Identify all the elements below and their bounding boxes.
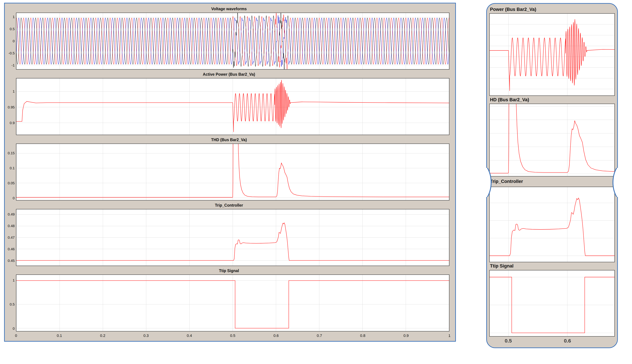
x-tick-label: 0.8: [360, 334, 365, 338]
panel-voltage: Voltage waveforms 10.50-0.5-1: [6, 5, 452, 70]
y-tick-label: 0: [12, 326, 15, 330]
plot-row: 0.490.480.470.460.45: [6, 209, 452, 266]
y-tick-label: 0.5: [10, 302, 15, 306]
callout-x-axis-labels: 0.50.6: [489, 336, 615, 346]
y-tick-label: 0.1: [10, 166, 15, 170]
y-tick-label: 0.46: [8, 247, 15, 251]
trip-signal-plot: [16, 274, 450, 332]
panel-title-thd: THD (Bus Bar2_Va): [6, 136, 452, 144]
screenshot-root: Voltage waveforms 10.50-0.5-1 Active Pow…: [0, 0, 632, 364]
y-axis-labels-ttip: 10.50: [6, 274, 16, 332]
thd-plot: [16, 144, 450, 200]
active-power-plot: [16, 78, 450, 135]
panel-trip-signal: Ttip Signal 10.50: [6, 267, 452, 332]
x-tick-label: 1: [448, 334, 450, 338]
y-tick-label: 1: [12, 278, 15, 282]
y-tick-label: 0.45: [8, 259, 15, 263]
y-tick-label: 0.47: [8, 236, 15, 240]
x-axis-tick-labels: 00.10.20.30.40.50.60.70.80.91: [16, 332, 450, 340]
plot-row: 10.50-0.5-1: [6, 12, 452, 70]
trip-controller-zoom-plot: [489, 187, 615, 262]
plot-row: 10.950.9: [6, 78, 452, 135]
right-margin: [450, 144, 452, 200]
panel-active-power: Active Power (Bus Bar2_Va) 10.950.9: [6, 70, 452, 135]
y-tick-label: 0.49: [8, 212, 15, 216]
callout-title-power: Power (Bus Bar2_Va): [489, 6, 615, 13]
scope-figure: Voltage waveforms 10.50-0.5-1 Active Pow…: [4, 3, 456, 342]
power-zoom-plot: [489, 13, 615, 96]
y-tick-label: 0.05: [8, 181, 15, 185]
callout-title-hd: HD (Bus Bar2_Va): [489, 96, 615, 104]
y-tick-label: 0.9: [10, 121, 15, 125]
panel-thd: THD (Bus Bar2_Va) 0.150.10.050: [6, 136, 452, 200]
callout-title-trip-controller: Trip_Controller: [489, 176, 615, 187]
y-tick-label: 0.95: [8, 105, 15, 109]
y-tick-label: -1: [12, 63, 15, 67]
trip-signal-zoom-plot: [489, 270, 615, 336]
x-tick-label: 0.9: [404, 334, 409, 338]
panel-title-trip-controller: Trip_Controller: [6, 202, 452, 209]
thd-zoom-plot: [489, 104, 615, 176]
x-tick-label: 0.6: [564, 338, 571, 344]
y-axis-labels-thd: 0.150.10.050: [6, 144, 16, 200]
x-tick-label: 0.4: [187, 334, 192, 338]
right-margin: [450, 78, 452, 135]
callout-title-trip-signal: Ttip Signal: [489, 262, 615, 270]
plot-row: 0.150.10.050: [6, 144, 452, 200]
x-tick-label: 0.1: [57, 334, 62, 338]
y-tick-label: 0: [12, 196, 15, 200]
y-tick-label: 1: [12, 89, 15, 94]
x-axis-row: 00.10.20.30.40.50.60.70.80.91: [6, 332, 452, 340]
plot-row: 10.50: [6, 274, 452, 332]
y-axis-labels-trip: 0.490.480.470.460.45: [6, 209, 16, 266]
x-tick-label: 0.2: [100, 334, 105, 338]
panel-title-active-power: Active Power (Bus Bar2_Va): [6, 70, 452, 78]
panel-trip-controller: Trip_Controller 0.490.480.470.460.45: [6, 202, 452, 266]
voltage-waveforms-plot: [16, 12, 450, 70]
y-axis-labels-voltage: 10.50-0.5-1: [6, 12, 16, 70]
y-tick-label: -0.5: [8, 51, 15, 55]
x-tick-label: 0.5: [230, 334, 236, 338]
x-tick-label: 0: [15, 334, 17, 338]
x-tick-label: 0.3: [144, 334, 149, 338]
y-tick-label: 0: [12, 39, 15, 43]
x-tick-label: 0.6: [274, 334, 279, 338]
trip-controller-plot: [16, 209, 450, 266]
x-axis-left-spacer: [6, 332, 16, 340]
panel-title-voltage: Voltage waveforms: [6, 5, 452, 12]
right-margin: [450, 209, 452, 266]
y-tick-label: 1: [12, 15, 15, 19]
zoom-callout: Power (Bus Bar2_Va) HD (Bus Bar2_Va) Tri…: [486, 3, 618, 348]
y-axis-labels-power: 10.950.9: [6, 78, 16, 135]
x-tick-label: 0.7: [317, 334, 322, 338]
y-tick-label: 0.48: [8, 224, 15, 228]
right-margin: [450, 274, 452, 332]
panel-title-trip-signal: Ttip Signal: [6, 267, 452, 274]
right-margin: [450, 12, 452, 70]
y-tick-label: 0.15: [8, 151, 15, 155]
x-tick-label: 0.5: [505, 338, 512, 344]
y-tick-label: 0.5: [10, 27, 15, 31]
